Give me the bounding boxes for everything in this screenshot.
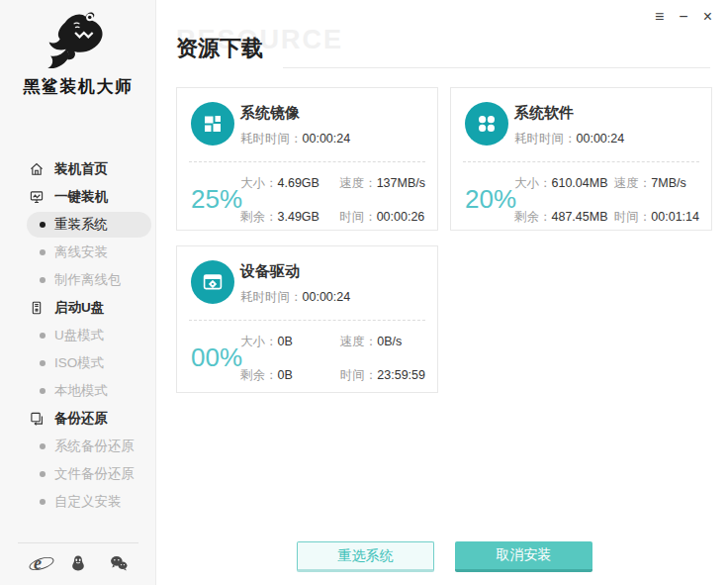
app-logo: 黑鲨装机大师	[0, 8, 156, 98]
stat-time: 时间：23:59:59	[340, 367, 425, 384]
system-image-icon	[191, 102, 234, 146]
download-card-device-driver: 设备驱动 耗时时间：00:00:24 00% 大小：0B 速度：0B/s 剩余：…	[176, 245, 438, 393]
sidebar-item-label: 一键装机	[54, 188, 108, 206]
stat-speed: 速度：137MB/s	[339, 175, 425, 192]
sidebar-item-offline-install[interactable]: 离线安装	[0, 239, 156, 266]
sidebar-item-reinstall-system[interactable]: 重装系统	[0, 211, 156, 239]
bullet-icon	[40, 333, 46, 339]
dashed-divider	[463, 161, 699, 162]
sidebar-item-label: 启动U盘	[54, 299, 104, 317]
app-name: 黑鲨装机大师	[0, 75, 156, 98]
download-stats: 大小：0B 速度：0B/s 剩余：0B 时间：23:59:59	[240, 334, 425, 384]
monitor-icon	[29, 189, 45, 205]
sidebar-item-one-click[interactable]: 一键装机	[0, 183, 156, 211]
bullet-icon	[40, 360, 46, 366]
bullet-icon	[40, 499, 46, 505]
sidebar-item-label: 装机首页	[54, 160, 108, 178]
close-icon[interactable]: ×	[703, 9, 712, 25]
sidebar-item-label: 文件备份还原	[54, 465, 135, 483]
minimize-icon[interactable]: −	[679, 9, 687, 25]
card-title: 设备驱动	[240, 262, 300, 281]
bullet-icon	[40, 249, 46, 255]
card-title: 系统镜像	[240, 104, 300, 123]
title-underline	[283, 67, 710, 68]
reselect-system-button[interactable]: 重选系统	[297, 541, 434, 572]
main-content: ≡ − × RESOURCE 资源下载 系统镜像 耗时时间：00:00:24 2…	[156, 0, 728, 585]
bullet-icon	[40, 388, 46, 394]
sidebar-item-label: 重装系统	[54, 216, 108, 234]
qq-icon[interactable]	[67, 552, 89, 574]
ie-icon[interactable]: e	[27, 552, 48, 574]
sidebar-footer: e	[0, 542, 156, 585]
menu-icon[interactable]: ≡	[655, 9, 664, 25]
bullet-icon	[40, 277, 46, 283]
home-icon	[29, 161, 45, 177]
sidebar-item-home[interactable]: 装机首页	[0, 155, 156, 183]
download-stats: 大小：610.04MB 速度：7MB/s 剩余：487.45MB 时间：00:0…	[514, 175, 699, 226]
dashed-divider	[189, 161, 425, 162]
elapsed-time: 耗时时间：00:00:24	[514, 131, 624, 147]
progress-percent: 20%	[465, 184, 516, 215]
window-controls: ≡ − ×	[655, 9, 712, 25]
app-window: 黑鲨装机大师 装机首页 一键装机 重装系统 离线安装 制作离线包	[0, 0, 728, 585]
stat-time: 时间：00:01:14	[614, 209, 699, 226]
sidebar-item-label: U盘模式	[54, 327, 104, 344]
bullet-icon	[40, 471, 46, 477]
stat-size: 大小：4.69GB	[240, 175, 319, 192]
card-title: 系统软件	[514, 104, 574, 123]
restore-icon	[29, 411, 45, 427]
sidebar-item-label: 离线安装	[54, 244, 108, 261]
wechat-icon[interactable]	[108, 552, 130, 574]
sidebar-item-backup-restore[interactable]: 备份还原	[0, 405, 156, 433]
stat-speed: 速度：7MB/s	[614, 175, 699, 192]
usb-icon	[29, 300, 45, 316]
sidebar-item-custom-install[interactable]: 自定义安装	[0, 488, 156, 516]
sidebar-item-file-backup-restore[interactable]: 文件备份还原	[0, 460, 156, 488]
download-card-system-image: 系统镜像 耗时时间：00:00:24 25% 大小：4.69GB 速度：137M…	[176, 87, 438, 231]
stat-speed: 速度：0B/s	[340, 334, 425, 350]
sidebar-item-make-offline-pack[interactable]: 制作离线包	[0, 266, 156, 294]
sidebar-menu: 装机首页 一键装机 重装系统 离线安装 制作离线包 启动U盘	[0, 155, 156, 516]
progress-percent: 25%	[191, 184, 242, 215]
sidebar-item-boot-usb[interactable]: 启动U盘	[0, 294, 156, 322]
sidebar-item-label: ISO模式	[54, 354, 104, 372]
sidebar-item-label: 制作离线包	[54, 271, 122, 289]
stat-size: 大小：610.04MB	[514, 175, 607, 192]
sidebar-item-label: 自定义安装	[54, 493, 122, 511]
sidebar-item-label: 本地模式	[54, 382, 108, 400]
bullet-icon	[40, 443, 46, 449]
cancel-install-button[interactable]: 取消安装	[455, 541, 592, 572]
shark-logo-icon	[42, 8, 115, 73]
sidebar-item-label: 系统备份还原	[54, 438, 135, 455]
sidebar-item-label: 备份还原	[54, 410, 108, 428]
progress-percent: 00%	[191, 342, 242, 373]
elapsed-time: 耗时时间：00:00:24	[240, 289, 350, 306]
sidebar-item-usb-mode[interactable]: U盘模式	[0, 322, 156, 349]
stat-remaining: 剩余：3.49GB	[240, 209, 319, 226]
sidebar-item-iso-mode[interactable]: ISO模式	[0, 349, 156, 377]
sidebar: 黑鲨装机大师 装机首页 一键装机 重装系统 离线安装 制作离线包	[0, 0, 156, 585]
device-driver-icon	[191, 260, 234, 304]
stat-size: 大小：0B	[240, 334, 293, 350]
stat-remaining: 剩余：487.45MB	[514, 209, 607, 226]
sidebar-item-local-mode[interactable]: 本地模式	[0, 377, 156, 405]
bullet-icon	[40, 222, 46, 228]
download-stats: 大小：4.69GB 速度：137MB/s 剩余：3.49GB 时间：00:00:…	[240, 175, 425, 226]
dashed-divider	[189, 320, 425, 321]
stat-time: 时间：00:00:26	[339, 209, 425, 226]
system-software-icon	[465, 102, 508, 146]
sidebar-item-system-backup-restore[interactable]: 系统备份还原	[0, 433, 156, 460]
download-card-system-software: 系统软件 耗时时间：00:00:24 20% 大小：610.04MB 速度：7M…	[450, 87, 712, 231]
stat-remaining: 剩余：0B	[240, 367, 293, 384]
page-title: 资源下载	[176, 34, 263, 63]
elapsed-time: 耗时时间：00:00:24	[240, 131, 350, 147]
